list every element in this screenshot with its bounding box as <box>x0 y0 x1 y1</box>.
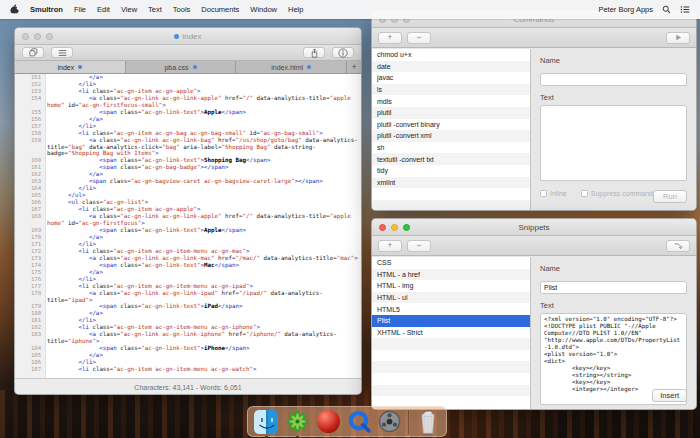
command-list-item[interactable]: textutil -convert txt <box>372 153 530 165</box>
command-list-item[interactable]: ls <box>372 84 530 96</box>
code-line: 153 <li class="ac-gn-item ac-gn-apple"> <box>15 88 361 95</box>
menu-view[interactable]: View <box>121 5 137 14</box>
snippet-list-item[interactable]: CSS <box>372 257 530 269</box>
name-label: Name <box>540 264 687 273</box>
minimize-button[interactable] <box>391 224 398 231</box>
window-title: index <box>174 32 201 41</box>
code-line: 167 <li class="ac-gn-item ac-gn-apple"> <box>15 206 361 213</box>
commands-list: chmod u+xdatejavaclsmdlsplutilplutil -co… <box>372 49 531 210</box>
command-text-area[interactable] <box>540 105 687 181</box>
menu-file[interactable]: File <box>74 5 86 14</box>
command-list-item[interactable]: mdls <box>372 95 530 107</box>
snippets-list: CSSHTML - a hrefHTML - imgHTML - ulHTML5… <box>372 257 531 409</box>
command-list-item[interactable]: plutil <box>372 107 530 119</box>
snippet-list-item[interactable]: XHTML - Strict <box>372 327 530 339</box>
empty-row <box>372 361 530 373</box>
name-label: Name <box>540 56 687 65</box>
tab-modified-dot-icon <box>78 65 82 69</box>
code-line: 151 </a> <box>15 74 361 81</box>
command-list-item[interactable]: plutil -convert binary <box>372 119 530 131</box>
command-list-item[interactable]: date <box>372 61 530 73</box>
remove-snippet-button[interactable]: − <box>407 240 431 252</box>
code-line: 181 </li> <box>15 317 361 324</box>
insert-arrow-icon-button[interactable] <box>666 240 690 252</box>
code-line: 169 <span class="ac-gn-link-text">Apple<… <box>15 227 361 234</box>
tab-modified-dot-icon <box>193 65 197 69</box>
checkbox-icon <box>581 190 588 197</box>
run-command-icon-button[interactable] <box>666 32 690 44</box>
text-label: Text <box>540 93 687 102</box>
command-list-item[interactable]: sh <box>372 142 530 154</box>
snippet-list-item[interactable]: HTML - a href <box>372 269 530 281</box>
add-command-button[interactable]: + <box>378 32 402 44</box>
function-list-button[interactable] <box>51 47 73 58</box>
editor-titlebar[interactable]: index <box>15 28 361 45</box>
empty-row <box>372 188 530 200</box>
menu-smultron[interactable]: Smultron <box>30 5 63 14</box>
code-line: 187 <li class="ac-gn-item ac-gn-item-men… <box>15 366 361 373</box>
dock-divider <box>408 410 409 434</box>
text-label: Text <box>540 301 687 310</box>
menubar-app-title[interactable]: Peter Borg Apps <box>598 5 653 14</box>
command-list-item[interactable]: plutil -convert xml <box>372 130 530 142</box>
code-line: 165 </ul> <box>15 192 361 199</box>
snippets-window: Snippets + − CSSHTML - a hrefHTML - imgH… <box>371 218 697 410</box>
command-name-input[interactable] <box>540 73 687 86</box>
code-line: 186 </li> <box>15 359 361 366</box>
quicktime-icon[interactable] <box>347 409 372 434</box>
share-button[interactable] <box>303 47 325 58</box>
remove-command-button[interactable]: − <box>407 32 431 44</box>
command-list-item[interactable]: chmod u+x <box>372 49 530 61</box>
menu-help[interactable]: Help <box>288 5 303 14</box>
red-sphere-app-icon[interactable] <box>316 409 341 434</box>
inline-checkbox[interactable]: Inline <box>540 190 567 197</box>
menu-tools[interactable]: Tools <box>173 5 191 14</box>
code-line: 163 <span class="ac-gn-bagview-caret ac-… <box>15 178 361 185</box>
insert-button[interactable]: Insert <box>652 389 687 402</box>
command-list-item[interactable]: tidy <box>372 165 530 177</box>
reel-app-icon[interactable] <box>378 409 403 434</box>
commands-toolbar: + − <box>372 28 696 48</box>
empty-row <box>372 373 530 385</box>
finder-icon[interactable] <box>254 409 279 434</box>
close-button[interactable] <box>379 224 386 231</box>
apple-menu-icon[interactable] <box>10 4 19 15</box>
menu-documents[interactable]: Documents <box>201 5 239 14</box>
menu-edit[interactable]: Edit <box>97 5 110 14</box>
command-list-item[interactable]: javac <box>372 72 530 84</box>
spotlight-search-icon[interactable] <box>662 5 671 14</box>
trash-icon[interactable] <box>415 409 440 434</box>
run-button[interactable]: Run <box>653 190 687 203</box>
zoom-button[interactable] <box>403 224 410 231</box>
snippet-list-item[interactable]: HTML - ul <box>372 292 530 304</box>
add-snippet-button[interactable]: + <box>378 240 402 252</box>
new-tab-button[interactable]: + <box>347 61 361 73</box>
code-line: 159 <a class="ac-gn-link ac-gn-link-bag"… <box>15 137 361 158</box>
code-line: 162 </a> <box>15 171 361 178</box>
code-line: 155 <span class="ac-gn-link-text">Apple<… <box>15 109 361 116</box>
zoom-button[interactable] <box>46 33 53 40</box>
code-line: 154 <a class="ac-gn-link ac-gn-link-appl… <box>15 95 361 109</box>
code-line: 157 </li> <box>15 123 361 130</box>
snippets-toolbar: + − <box>372 236 696 256</box>
tab-index-html[interactable]: index.html <box>236 61 347 73</box>
menu-window[interactable]: Window <box>250 5 277 14</box>
menu-text[interactable]: Text <box>148 5 162 14</box>
close-button[interactable] <box>22 33 29 40</box>
tab-index[interactable]: index <box>15 61 126 73</box>
command-list-item[interactable]: xmlint <box>372 177 530 189</box>
notification-center-icon[interactable] <box>680 5 690 14</box>
snippets-titlebar[interactable]: Snippets <box>372 219 696 236</box>
snippet-list-item[interactable]: HTML - img <box>372 280 530 292</box>
smultron-icon[interactable] <box>285 409 310 434</box>
snippet-list-item[interactable]: HTML5 <box>372 303 530 315</box>
snippet-name-input[interactable] <box>540 281 687 294</box>
code-line: 182 <li class="ac-gn-item ac-gn-item-men… <box>15 324 361 331</box>
new-document-button[interactable] <box>22 47 44 58</box>
code-line: 152 </li> <box>15 81 361 88</box>
info-button[interactable] <box>332 47 354 58</box>
code-editor[interactable]: 151 </a>152 </li>153 <li class="ac-gn-it… <box>15 74 361 378</box>
minimize-button[interactable] <box>34 33 41 40</box>
tab-pba-css[interactable]: pba.css <box>126 61 237 73</box>
snippet-list-item[interactable]: Plist <box>372 315 530 327</box>
